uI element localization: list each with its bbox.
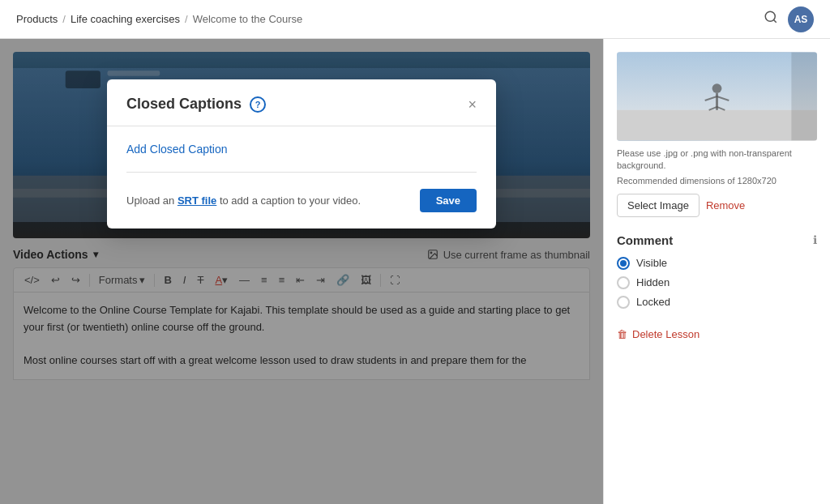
header-actions: AS — [764, 6, 814, 32]
radio-label-visible: Visible — [636, 257, 667, 269]
save-button[interactable]: Save — [420, 189, 477, 212]
radio-label-locked: Locked — [636, 296, 670, 308]
right-panel: Please use .jpg or .png with non-transpa… — [603, 39, 830, 504]
srt-file-link[interactable]: SRT file — [178, 194, 216, 207]
thumbnail-dims: Recommended dimensions of 1280x720 — [617, 176, 817, 186]
help-icon[interactable]: ? — [250, 96, 266, 113]
modal-divider — [126, 172, 477, 173]
radio-label-hidden: Hidden — [636, 276, 670, 288]
breadcrumb-products[interactable]: Products — [16, 13, 58, 25]
thumbnail-actions: Select Image Remove — [617, 194, 817, 217]
thumbnail-note: Please use .jpg or .png with non-transpa… — [617, 147, 817, 173]
svg-rect-18 — [791, 53, 817, 141]
comment-section: Comment ℹ Visible Hidden Locked — [617, 233, 817, 309]
comment-header: Comment ℹ — [617, 233, 817, 247]
thumbnail-svg — [617, 52, 817, 141]
breadcrumb: Products / Life coaching exercises / Wel… — [16, 13, 302, 25]
header: Products / Life coaching exercises / Wel… — [0, 0, 830, 39]
breadcrumb-sep-1: / — [62, 13, 66, 25]
svg-point-0 — [765, 11, 775, 21]
radio-hidden[interactable]: Hidden — [617, 276, 817, 289]
breadcrumb-current: Welcome to the Course — [193, 13, 303, 25]
trash-icon: 🗑 — [617, 328, 627, 340]
modal-close-button[interactable]: × — [468, 97, 477, 112]
select-image-button[interactable]: Select Image — [617, 194, 700, 217]
modal-body: Add Closed Caption Upload an SRT file to… — [107, 126, 496, 229]
delete-lesson-label: Delete Lesson — [632, 328, 700, 340]
modal-title: Closed Captions — [126, 96, 242, 113]
radio-locked[interactable]: Locked — [617, 296, 817, 309]
breadcrumb-sep-2: / — [185, 13, 188, 25]
comment-radio-group: Visible Hidden Locked — [617, 257, 817, 309]
breadcrumb-life-coaching[interactable]: Life coaching exercises — [71, 13, 180, 25]
srt-suffix: to add a caption to your video. — [216, 194, 361, 207]
thumbnail-image — [617, 52, 817, 141]
srt-upload-row: Upload an SRT file to add a caption to y… — [126, 189, 477, 212]
avatar[interactable]: AS — [788, 6, 814, 32]
modal-header: Closed Captions ? × — [107, 79, 496, 126]
radio-visible[interactable]: Visible — [617, 257, 817, 270]
left-panel: ▶ 0:04 🔊 ⚙ ⛶ Video Actions ▾ — [0, 39, 603, 504]
thumbnail-preview — [617, 52, 817, 141]
main-layout: ▶ 0:04 🔊 ⚙ ⛶ Video Actions ▾ — [0, 39, 830, 504]
modal-title-row: Closed Captions ? — [126, 96, 266, 113]
remove-button[interactable]: Remove — [706, 199, 745, 211]
search-button[interactable] — [764, 10, 778, 28]
srt-upload-text: Upload an SRT file to add a caption to y… — [126, 194, 361, 207]
comment-title: Comment — [617, 233, 673, 247]
srt-prefix: Upload an — [126, 194, 178, 207]
radio-circle-locked — [617, 296, 630, 309]
info-icon[interactable]: ℹ — [813, 233, 817, 246]
svg-point-12 — [712, 83, 722, 93]
radio-circle-hidden — [617, 276, 630, 289]
add-closed-caption-link[interactable]: Add Closed Caption — [126, 143, 228, 156]
svg-rect-11 — [617, 110, 817, 141]
delete-lesson-button[interactable]: 🗑 Delete Lesson — [617, 328, 817, 340]
svg-line-1 — [773, 19, 776, 22]
radio-circle-visible — [617, 257, 630, 270]
closed-captions-modal: Closed Captions ? × Add Closed Caption U… — [107, 79, 496, 229]
modal-overlay: Closed Captions ? × Add Closed Caption U… — [0, 39, 603, 504]
